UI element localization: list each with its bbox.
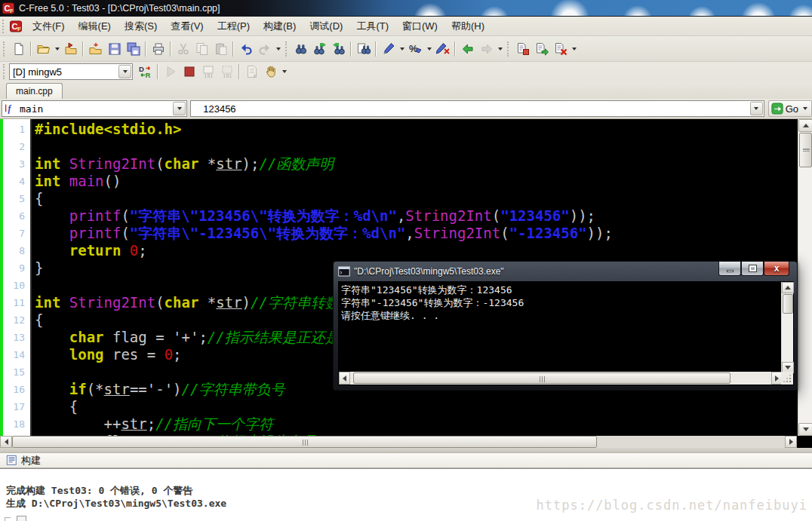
code-line-1[interactable]: 1#include<stdio.h>	[0, 121, 797, 138]
code-line-2[interactable]: 2	[0, 138, 797, 155]
print-button[interactable]	[149, 40, 168, 58]
menu-item-7[interactable]: 工具(T)	[349, 17, 395, 36]
go-dropdown[interactable]	[803, 107, 807, 110]
navigate-dropdown[interactable]	[496, 41, 504, 57]
window-title: C-Free 5.0 : Test03 - [D:\CProj\Test03\m…	[19, 3, 220, 14]
stop-build-button[interactable]	[551, 40, 570, 58]
build-panel-title: 构建	[21, 454, 41, 467]
menu-item-2[interactable]: 搜索(S)	[118, 17, 164, 36]
save-all-button[interactable]	[124, 40, 143, 58]
build-button[interactable]	[532, 40, 551, 58]
console-window[interactable]: "D:\CProj\Test03\mingw5\Test03.exe" x 字符…	[333, 261, 798, 391]
menu-item-4[interactable]: 工程(P)	[211, 17, 257, 36]
menu-item-8[interactable]: 窗口(W)	[395, 17, 444, 36]
step-over-button[interactable]: 101	[217, 63, 236, 81]
console-scroll-left[interactable]	[339, 372, 350, 385]
cut-button[interactable]	[174, 40, 192, 58]
debug-release-toggle[interactable]: DR	[136, 63, 155, 81]
paste-button[interactable]	[211, 40, 230, 58]
build-config-combobox[interactable]: [D] mingw5	[9, 63, 133, 80]
save-as-button[interactable]	[86, 40, 105, 58]
console-line: 字符串"-123456"转换为数字：-123456	[341, 296, 524, 309]
search-dropdown[interactable]	[750, 102, 763, 115]
tab-main-cpp[interactable]: main.cpp	[6, 83, 63, 99]
navigate-forward-button[interactable]	[477, 40, 496, 58]
console-output[interactable]: 字符串"123456"转换为数字：123456 字符串"-123456"转换为数…	[338, 281, 794, 385]
menu-item-3[interactable]: 查看(V)	[164, 17, 210, 36]
menu-item-1[interactable]: 编辑(E)	[72, 17, 118, 36]
pause-hand-button[interactable]	[261, 63, 280, 81]
line-number: 7	[0, 225, 29, 242]
line-number: 1	[0, 121, 29, 138]
debug-output-button[interactable]	[242, 63, 261, 81]
code-line-8[interactable]: 8 return 0;	[0, 242, 797, 259]
editor-vertical-scrollbar[interactable]	[798, 119, 812, 436]
code-line-17[interactable]: 17 {	[0, 398, 797, 415]
new-file-button[interactable]	[9, 40, 28, 58]
console-maximize-button[interactable]	[741, 262, 764, 276]
console-vertical-scrollbar[interactable]	[781, 282, 793, 373]
console-line: 请按任意键继续. . .	[341, 309, 524, 322]
console-scroll-up[interactable]	[782, 282, 794, 293]
bookmark-button[interactable]	[379, 40, 398, 58]
line-number: 3	[0, 155, 29, 173]
search-combobox[interactable]: 123456	[190, 100, 764, 117]
compile-button[interactable]	[513, 40, 532, 58]
function-combobox[interactable]: f main	[2, 100, 187, 117]
code-line-3[interactable]: 3int String2Int(char *str);//函数声明	[0, 155, 797, 173]
debug-toolbar-dropdown[interactable]	[280, 63, 288, 80]
code-line-4[interactable]: 4int main()	[0, 173, 797, 190]
function-dropdown[interactable]	[173, 102, 186, 115]
code-line-5[interactable]: 5{	[0, 190, 797, 207]
scroll-right-button[interactable]	[785, 436, 797, 448]
scroll-left-button[interactable]	[0, 436, 12, 448]
horizontal-scroll-thumb[interactable]	[12, 436, 597, 448]
vertical-scroll-thumb[interactable]	[799, 133, 812, 167]
find-button[interactable]	[291, 40, 310, 58]
console-close-button[interactable]: x	[764, 262, 789, 276]
open-file-button[interactable]	[34, 40, 53, 58]
scroll-up-button[interactable]	[798, 119, 812, 132]
find-previous-button[interactable]	[329, 40, 348, 58]
run-button[interactable]	[161, 63, 180, 81]
find-next-button[interactable]	[310, 40, 329, 58]
console-title-bar[interactable]: "D:\CProj\Test03\mingw5\Test03.exe" x	[334, 262, 797, 281]
menu-item-5[interactable]: 构建(B)	[257, 17, 303, 36]
code-line-6[interactable]: 6 printf("字符串\"123456\"转换为数字：%d\n",Strin…	[0, 207, 797, 225]
step-into-button[interactable]: 101	[198, 63, 217, 81]
save-button[interactable]	[105, 40, 124, 58]
find-symbol-button[interactable]: %	[406, 40, 425, 58]
go-button[interactable]: Go	[768, 100, 812, 117]
reopen-file-button[interactable]	[61, 40, 80, 58]
open-file-dropdown[interactable]	[53, 41, 61, 57]
bookmark-dropdown[interactable]	[398, 41, 406, 57]
app-icon: CF	[2, 2, 15, 14]
build-dropdown[interactable]	[570, 41, 578, 57]
menu-item-6[interactable]: 调试(D)	[303, 17, 349, 36]
redo-button[interactable]	[255, 40, 274, 58]
copy-button[interactable]	[192, 40, 211, 58]
redo-dropdown[interactable]	[274, 41, 282, 57]
console-resize-grip[interactable]	[781, 372, 793, 385]
code-line-18[interactable]: 18 ++str;//指向下一个字符	[0, 415, 797, 433]
menu-item-9[interactable]: 帮助(H)	[444, 17, 491, 36]
replace-button[interactable]	[354, 40, 373, 58]
build-output: 完成构建 Test03: 0 个错误, 0 个警告 生成 D:\CProj\Te…	[0, 468, 812, 521]
code-text: if(*str=='-')//字符串带负号	[35, 381, 285, 398]
undo-button[interactable]	[236, 40, 255, 58]
stop-button[interactable]	[180, 63, 198, 81]
console-minimize-button[interactable]	[718, 262, 741, 276]
clear-bookmark-button[interactable]	[433, 40, 452, 58]
build-config-dropdown[interactable]	[118, 65, 131, 78]
scroll-down-button[interactable]	[798, 423, 812, 436]
menu-item-0[interactable]: 文件(F)	[26, 17, 72, 36]
navigate-back-button[interactable]	[458, 40, 477, 58]
build-message: 完成构建 Test03: 0 个错误, 0 个警告	[0, 484, 812, 497]
console-vscroll-thumb[interactable]	[783, 294, 793, 314]
console-horizontal-scrollbar[interactable]	[339, 372, 783, 385]
editor-horizontal-scrollbar[interactable]	[0, 436, 797, 448]
code-line-7[interactable]: 7 printf("字符串\"-123456\"转换为数字：%d\n",Stri…	[0, 225, 797, 242]
console-hscroll-thumb[interactable]	[353, 372, 730, 384]
find-symbol-dropdown[interactable]	[425, 41, 433, 57]
build-item-checkbox	[17, 516, 26, 521]
